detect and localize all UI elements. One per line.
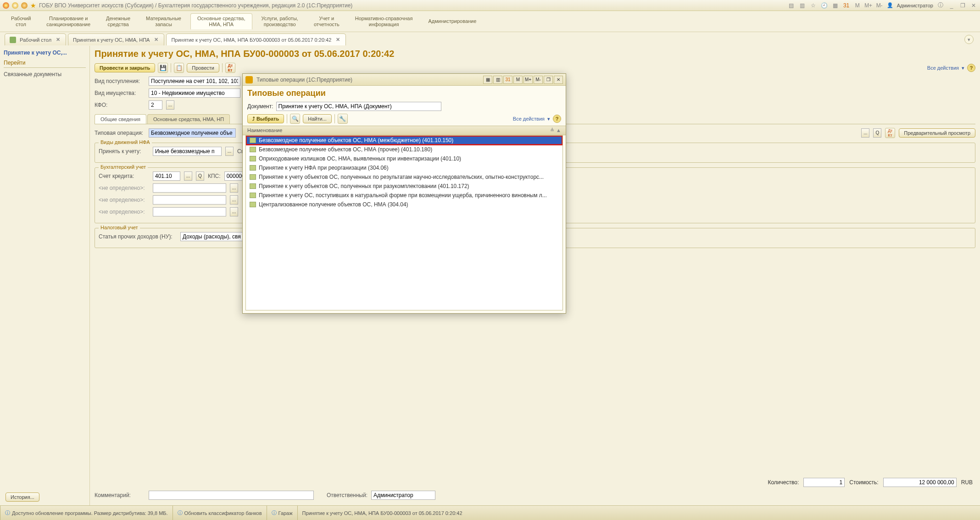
menu-reference[interactable]: Нормативно-справочная информация bbox=[349, 14, 419, 29]
undef-input-3[interactable] bbox=[153, 207, 226, 216]
vid-post-input[interactable] bbox=[149, 77, 240, 86]
close-icon[interactable]: ✕ bbox=[153, 37, 159, 43]
status-seg-banks[interactable]: ⓘ Обновить классификатор банков bbox=[173, 506, 267, 520]
modal-find-button[interactable]: Найти... bbox=[303, 114, 332, 123]
menu-desktop[interactable]: Рабочий стол bbox=[5, 14, 37, 29]
menu-accounting[interactable]: Учет и отчетность bbox=[307, 14, 346, 29]
subtab-assets[interactable]: Основные средства, НМА, НП bbox=[147, 114, 230, 124]
tb-icon-1[interactable]: ▤ bbox=[788, 2, 795, 9]
wrench-icon[interactable]: 🔧 bbox=[338, 114, 348, 124]
dtkt-icon[interactable]: ДтКт bbox=[225, 63, 235, 73]
lookup-button-1[interactable]: ... bbox=[861, 128, 869, 138]
menu-cash[interactable]: Денежные средства bbox=[100, 14, 137, 29]
kfo-input[interactable] bbox=[149, 100, 162, 110]
list-row[interactable]: Оприходование излишков ОС, НМА, выявленн… bbox=[246, 154, 562, 163]
tb-icon-3[interactable]: ☆ bbox=[810, 2, 817, 9]
menu-materials[interactable]: Материальные запасы bbox=[139, 14, 188, 29]
m-icon[interactable]: M bbox=[854, 2, 861, 9]
tb-icon-4[interactable]: 🕘 bbox=[821, 2, 828, 9]
modal-select-button[interactable]: ⤴ Выбрать bbox=[247, 114, 284, 123]
modal-close-icon[interactable]: ✕ bbox=[554, 76, 563, 84]
modal-calc-icon[interactable]: ▥ bbox=[493, 76, 502, 84]
scroll-up-icon[interactable]: ▲ bbox=[556, 127, 561, 133]
list-row[interactable]: Принятие к учету НФА при реорганизации (… bbox=[246, 163, 562, 172]
undef-input-1[interactable] bbox=[153, 183, 226, 193]
preview-button[interactable]: Предварительный просмотр bbox=[899, 128, 975, 138]
all-actions-link[interactable]: Все действия bbox=[927, 65, 959, 71]
status-seg-update[interactable]: ⓘ Доступно обновление программы. Размер … bbox=[0, 506, 173, 520]
window-max-icon[interactable] bbox=[21, 2, 28, 9]
statya-input[interactable] bbox=[180, 232, 249, 241]
menu-planning[interactable]: Планирование и санкционирование bbox=[40, 14, 97, 29]
win-close-icon[interactable]: ✕ bbox=[970, 2, 977, 9]
app-icon bbox=[245, 76, 253, 83]
help-icon[interactable]: ? bbox=[967, 64, 975, 72]
close-icon[interactable]: ✕ bbox=[55, 37, 61, 43]
nav-link-related[interactable]: Связанные документы bbox=[4, 70, 86, 79]
post-icon[interactable]: 📋 bbox=[174, 63, 184, 73]
history-button[interactable]: История... bbox=[6, 492, 39, 502]
close-icon[interactable]: ✕ bbox=[335, 37, 341, 43]
stoim-input[interactable] bbox=[883, 478, 957, 487]
tab-desktop[interactable]: Рабочий стол ✕ bbox=[5, 33, 66, 45]
menu-services[interactable]: Услуги, работы, производство bbox=[255, 14, 305, 29]
typ-op-input[interactable] bbox=[149, 128, 236, 138]
post-and-close-button[interactable]: Провести и закрыть bbox=[95, 63, 155, 72]
menu-fixed-assets[interactable]: Основные средства, НМА, НПА bbox=[190, 13, 252, 29]
status-seg-doc[interactable]: Принятие к учету ОС, НМА, НПА БУ00-00000… bbox=[297, 506, 467, 520]
undef-select-1[interactable]: ... bbox=[230, 183, 238, 193]
tb-icon-2[interactable]: ▥ bbox=[799, 2, 806, 9]
list-row[interactable]: Безвозмездное получение объектов ОС, НМА… bbox=[246, 136, 562, 145]
list-row[interactable]: Принятие к учету ОС, поступивших в натур… bbox=[246, 191, 562, 200]
modal-mminus-button[interactable]: M- bbox=[534, 76, 543, 84]
save-icon[interactable]: 💾 bbox=[158, 63, 168, 73]
win-restore-icon[interactable]: ❐ bbox=[959, 2, 966, 9]
calculator-icon[interactable]: ▦ bbox=[832, 2, 839, 9]
schet-search-button[interactable]: Q bbox=[196, 171, 204, 181]
modal-cal-icon[interactable]: 31 bbox=[503, 76, 512, 84]
menu-admin[interactable]: Администрирование bbox=[422, 17, 483, 26]
list-row[interactable]: Централизованное получение объектов ОС, … bbox=[246, 200, 562, 209]
schet-select-button[interactable]: ... bbox=[184, 171, 192, 181]
modal-mplus-button[interactable]: M+ bbox=[523, 76, 533, 84]
subtab-general[interactable]: Общие сведения bbox=[95, 114, 146, 124]
win-min-icon[interactable]: _ bbox=[948, 2, 955, 9]
kolich-input[interactable] bbox=[803, 478, 845, 487]
tab-acceptances[interactable]: Принятия к учету ОС, НМА, НПА ✕ bbox=[68, 33, 164, 45]
post-button[interactable]: Провести bbox=[187, 63, 219, 72]
list-row[interactable]: Принятие к учету объектов ОС, полученных… bbox=[246, 182, 562, 191]
find-icon[interactable]: 🔍 bbox=[290, 114, 300, 124]
sort-icon[interactable]: ≜ bbox=[550, 127, 554, 133]
modal-doc-input[interactable] bbox=[276, 102, 441, 111]
prin-select-button[interactable]: ... bbox=[225, 147, 234, 156]
mminus-icon[interactable]: M- bbox=[876, 2, 883, 9]
schet-input[interactable] bbox=[153, 171, 180, 181]
kfo-select-button[interactable]: ... bbox=[166, 100, 174, 110]
modal-list-header[interactable]: Наименование ≜ ▲ bbox=[243, 126, 566, 135]
status-seg-garage[interactable]: ⓘ Гараж bbox=[267, 506, 297, 520]
modal-grid-icon[interactable]: ▦ bbox=[483, 76, 492, 84]
list-row[interactable]: Безвозмездное получение объектов ОС, НМА… bbox=[246, 145, 562, 154]
window-close-icon[interactable] bbox=[3, 2, 9, 9]
otvet-input[interactable] bbox=[371, 491, 435, 500]
modal-restore-icon[interactable]: ❐ bbox=[544, 76, 553, 84]
vid-imush-input[interactable] bbox=[149, 89, 240, 98]
tab-document[interactable]: Принятие к учету ОС, НМА, НПА БУ00-00000… bbox=[166, 33, 346, 45]
prin-input[interactable] bbox=[153, 147, 222, 156]
modal-m-button[interactable]: M bbox=[513, 76, 523, 84]
favorite-icon[interactable]: ★ bbox=[30, 2, 36, 9]
list-row[interactable]: Принятие к учету объектов ОС, полученных… bbox=[246, 172, 562, 182]
info-icon[interactable]: ⓘ bbox=[937, 2, 944, 9]
calendar-icon[interactable]: 31 bbox=[843, 2, 850, 9]
undef-input-2[interactable] bbox=[153, 195, 226, 205]
dtkt-icon-2[interactable]: ДтКт bbox=[885, 128, 895, 138]
mplus-icon[interactable]: M+ bbox=[865, 2, 872, 9]
lookup-button-2[interactable]: Q bbox=[873, 128, 881, 138]
undef-select-3[interactable]: ... bbox=[230, 207, 238, 216]
help-icon[interactable]: ? bbox=[553, 115, 561, 123]
undef-select-2[interactable]: ... bbox=[230, 195, 238, 205]
expand-tabs-button[interactable]: ▾ bbox=[964, 35, 974, 44]
modal-all-actions-link[interactable]: Все действия bbox=[513, 116, 545, 122]
komment-input[interactable] bbox=[149, 491, 314, 500]
window-min-icon[interactable] bbox=[12, 2, 18, 9]
